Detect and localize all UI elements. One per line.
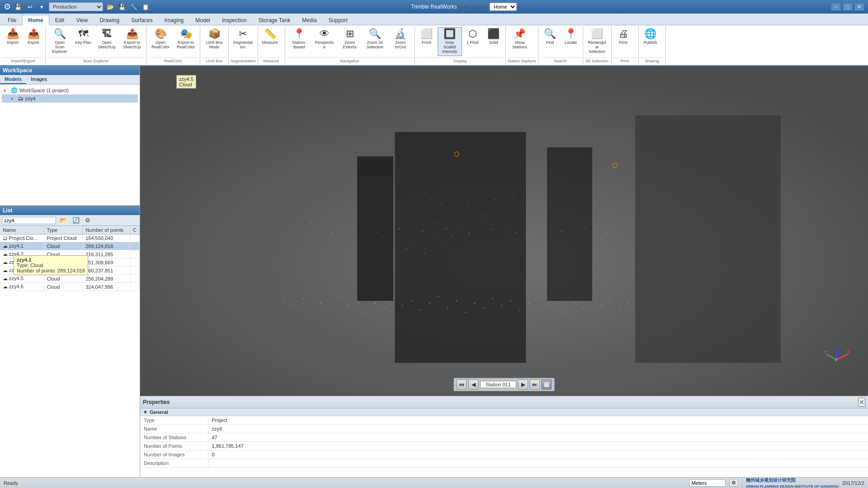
cell-points: 360,237,851 <box>83 267 130 275</box>
tree-item-workspace[interactable]: ▾ 🌐 WorkSpace (1 project) <box>2 86 138 94</box>
station-first-button[interactable]: ⏮ <box>457 380 467 389</box>
section-collapse-icon[interactable]: ▼ <box>143 409 148 415</box>
workspace-folder-icon: 🌐 <box>11 87 18 94</box>
station-next-button[interactable]: ▶ <box>518 380 528 389</box>
tab-drawing[interactable]: Drawing <box>94 15 125 25</box>
open-realcolor-icon: 🎨 <box>155 29 167 39</box>
workspace-tree: ▾ 🌐 WorkSpace (1 project) ▾ 🗂 zzy4 <box>0 84 140 205</box>
col-type[interactable]: Type <box>44 226 83 235</box>
tree-item-zzy4[interactable]: ▾ 🗂 zzy4 <box>2 94 138 103</box>
list-folder-btn[interactable]: 📂 <box>58 216 69 225</box>
col-c[interactable]: C <box>130 226 140 235</box>
station-last-button[interactable]: ⏭ <box>530 380 540 389</box>
svg-point-50 <box>343 253 344 254</box>
station-view-button[interactable]: ⬜ <box>542 380 552 389</box>
publish-button[interactable]: 🌐 Publish <box>641 27 660 56</box>
coord-system-select[interactable]: Home <box>490 3 517 11</box>
export-sketchup-button[interactable]: 📤 Export to SketchUp <box>120 27 144 56</box>
scale-units-button[interactable]: ⚙ <box>729 479 738 487</box>
svg-text:X: X <box>847 350 849 354</box>
tab-view[interactable]: View <box>70 15 94 25</box>
quick-access-btn3[interactable]: 🔧 <box>129 2 138 11</box>
quick-access-undo[interactable]: ↩ <box>25 2 34 11</box>
export-button[interactable]: 📤 Export <box>24 27 43 56</box>
table-row[interactable]: ☁ zzy4.2 Cloud 216,311,285 <box>0 250 140 258</box>
maximize-button[interactable]: □ <box>843 3 853 11</box>
list-refresh-btn[interactable]: 🔄 <box>71 216 81 225</box>
list-search-input[interactable] <box>2 217 56 224</box>
prop-value: 47 <box>208 433 868 442</box>
quick-access-btn4[interactable]: 📋 <box>141 2 150 11</box>
properties-close-button[interactable]: ✕ <box>858 398 865 407</box>
limit-box-mode-button[interactable]: 📦 Limit Box Mode <box>202 27 226 56</box>
workspace-tab-models[interactable]: Models <box>0 75 26 84</box>
tab-media[interactable]: Media <box>296 15 323 25</box>
realcolor-buttons: 🎨 Open RealColor 🎭 Export to RealColor <box>148 27 198 57</box>
perspective-button[interactable]: 👁 Perspective <box>312 27 337 56</box>
show-stations-button[interactable]: 📌 Show Stations <box>508 27 532 56</box>
svg-point-80 <box>422 210 423 211</box>
svg-point-25 <box>465 312 466 313</box>
minimize-button[interactable]: − <box>831 3 841 11</box>
col-points[interactable]: Number of points <box>83 226 130 235</box>
import-button[interactable]: 📥 Import <box>3 27 23 56</box>
table-row[interactable]: ☁ zzy4.6 Cloud 324,047,996 <box>0 283 140 291</box>
pixel-button[interactable]: ⬡ 1 Pixel <box>463 27 483 56</box>
export-realcolor-button[interactable]: 🎭 Export to RealColor <box>174 27 198 56</box>
table-row[interactable]: ☁ zzy4.3 Cloud 251,309,669 <box>0 258 140 267</box>
print-button[interactable]: 🖨 Print <box>613 27 633 56</box>
properties-panel: Properties ✕ ▼ General Type Project Name… <box>140 396 868 477</box>
open-sketchup-button[interactable]: 🏗 Open SketchUp <box>94 27 119 56</box>
svg-point-77 <box>395 194 396 195</box>
list-options-btn[interactable]: ⚙ <box>83 216 92 225</box>
zoom-selection-button[interactable]: 🔍 Zoom on Selection <box>363 27 387 56</box>
close-button[interactable]: ✕ <box>854 3 864 11</box>
table-row[interactable]: ☁ zzy4.4 Cloud 360,237,851 <box>0 267 140 275</box>
rect-selection-button[interactable]: ⬜ Rectangular Selection <box>585 27 609 56</box>
coord-close-icon[interactable]: ✕ <box>526 3 532 10</box>
quick-access-btn1[interactable]: 📂 <box>106 2 115 11</box>
grey-scaled-button[interactable]: 🔲 Grey Scaled Intensity <box>438 27 462 56</box>
tab-home[interactable]: Home <box>22 15 49 25</box>
station-based-button[interactable]: 📍 Station-Based <box>287 27 311 56</box>
tab-storage-tank[interactable]: Storage Tank <box>253 15 297 25</box>
cell-points: 289,124,018 <box>83 242 130 250</box>
table-row[interactable]: ☁ zzy4.1 Cloud 289,124,018 <box>0 242 140 250</box>
workspace-tab-images[interactable]: Images <box>26 75 52 84</box>
svg-point-110 <box>447 163 448 164</box>
3d-viewport[interactable]: zzy4.5 Cloud Z X Y <box>140 66 868 396</box>
open-scan-explorer-button[interactable]: 🔍 Open Scan Explorer <box>47 27 72 56</box>
zoom-extents-button[interactable]: ⊞ Zoom Extents <box>338 27 362 56</box>
locate-button[interactable]: 📍 Locate <box>561 27 581 56</box>
scan-explorer-icon: 🔍 <box>54 29 66 39</box>
station-prev-button[interactable]: ◀ <box>468 380 478 389</box>
coord-info-icon[interactable]: ℹ <box>519 3 521 10</box>
tab-support[interactable]: Support <box>323 15 354 25</box>
segmentation-button[interactable]: ✂ Segmentation <box>231 27 255 56</box>
tab-model[interactable]: Model <box>189 15 216 25</box>
find-button[interactable]: 🔍 Find <box>540 27 560 56</box>
key-plan-button[interactable]: 🗺 Key Plan <box>73 27 94 56</box>
tab-imaging[interactable]: Imaging <box>159 15 190 25</box>
tab-surfaces[interactable]: Surfaces <box>125 15 158 25</box>
table-row[interactable]: 🗂 Project Clo... Project Cloud 164,550,0… <box>0 235 140 242</box>
quick-access-btn2[interactable]: 💾 <box>118 2 127 11</box>
table-row[interactable]: ☁ zzy4.5 Cloud 256,204,288 <box>0 275 140 283</box>
measure-button[interactable]: 📏 Measure <box>260 27 280 56</box>
zoom-inout-button[interactable]: 🔬 Zoom In/Out <box>388 27 413 56</box>
scale-input[interactable] <box>689 479 726 487</box>
tab-inspection[interactable]: Inspection <box>216 15 253 25</box>
group-segmentation: ✂ Segmentation Segmentation <box>229 26 258 64</box>
tab-edit[interactable]: Edit <box>49 15 71 25</box>
solid-button[interactable]: ⬛ Solid <box>484 27 504 56</box>
front-view-button[interactable]: ⬜ Front <box>417 27 437 56</box>
measure-buttons: 📏 Measure <box>260 27 283 57</box>
svg-point-15 <box>375 303 376 304</box>
tab-file[interactable]: File <box>2 15 22 25</box>
open-realcolor-button[interactable]: 🎨 Open RealColor <box>148 27 173 56</box>
svg-point-93 <box>540 210 541 211</box>
col-name[interactable]: Name <box>0 226 44 235</box>
project-dropdown[interactable]: Production <box>49 2 103 11</box>
quick-access-menu[interactable]: ▾ <box>37 2 46 11</box>
quick-access-save[interactable]: 💾 <box>14 2 23 11</box>
